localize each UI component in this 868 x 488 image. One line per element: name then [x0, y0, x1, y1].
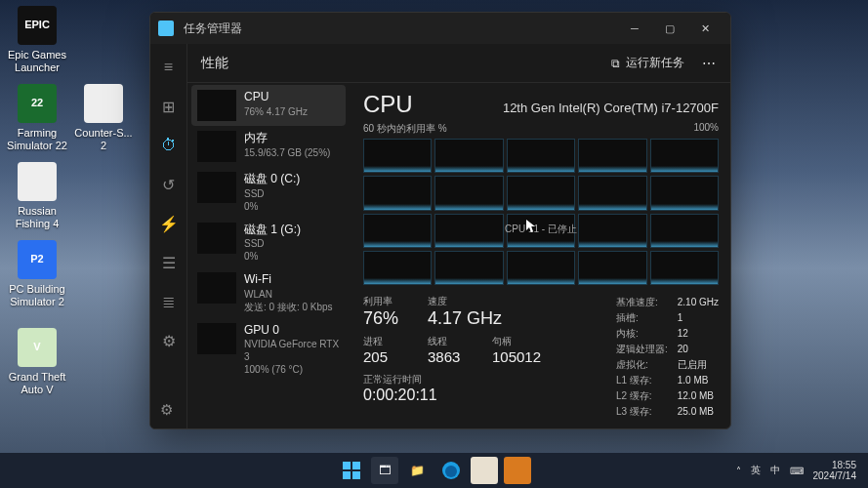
services-icon[interactable]: ⚙	[159, 331, 179, 350]
clock-date: 2024/7/14	[813, 470, 857, 482]
window-title: 任务管理器	[184, 20, 617, 37]
cpu-core-cell[interactable]	[434, 139, 503, 173]
proc-value: 205	[363, 348, 410, 365]
chart-label-left: 60 秒内的利用率 %	[363, 122, 447, 136]
resource-item[interactable]: GPU 0NVIDIA GeForce RTX 3100% (76 °C)	[191, 318, 346, 382]
task-manager-window: 任务管理器 ─ ▢ ✕ ≡ ⊞ ⏱ ↺ ⚡ ☰ ≣ ⚙ 性能 ⧉ 运行新任务 ⋯	[149, 12, 731, 429]
cpu-core-cell[interactable]	[507, 176, 575, 210]
resource-thumb	[197, 131, 236, 162]
desktop-icon[interactable]: EPICEpic Games Launcher	[6, 6, 68, 74]
spec-value: 20	[678, 342, 719, 357]
cpu-core-cell[interactable]	[434, 214, 503, 248]
cpu-core-cell[interactable]	[578, 251, 646, 285]
cpu-cores-grid[interactable]: CPU 11 - 已停止	[363, 139, 719, 285]
uptime-value: 0:00:20:11	[363, 386, 541, 404]
resource-item[interactable]: 磁盘 0 (C:)SSD0%	[191, 167, 346, 218]
app-icon-2[interactable]	[504, 457, 531, 484]
close-button[interactable]: ✕	[687, 13, 723, 44]
proc-label: 进程	[363, 335, 410, 348]
explorer-icon[interactable]: 📁	[404, 457, 432, 484]
resource-item[interactable]: 内存15.9/63.7 GB (25%)	[191, 126, 346, 167]
tray-lang-2[interactable]: 中	[770, 464, 780, 477]
cpu-core-cell[interactable]	[507, 251, 575, 285]
edge-icon[interactable]	[437, 457, 465, 484]
cpu-core-cell[interactable]	[650, 176, 719, 210]
util-value: 76%	[363, 308, 410, 329]
minimize-button[interactable]: ─	[617, 13, 652, 44]
cpu-core-cell[interactable]	[578, 139, 646, 173]
run-new-task-button[interactable]: ⧉ 运行新任务	[603, 51, 692, 75]
details-icon[interactable]: ≣	[159, 292, 179, 311]
spec-value: 已启用	[678, 357, 719, 373]
cpu-core-cell[interactable]	[650, 139, 719, 173]
resource-thumb	[197, 90, 236, 121]
history-icon[interactable]: ↺	[159, 175, 179, 194]
spec-key: 插槽:	[616, 310, 668, 326]
spec-key: L1 缓存:	[616, 373, 668, 388]
uptime-label: 正常运行时间	[363, 373, 541, 386]
titlebar[interactable]: 任务管理器 ─ ▢ ✕	[150, 13, 730, 44]
startup-icon[interactable]: ⚡	[159, 214, 179, 233]
resource-thumb	[197, 272, 236, 304]
cpu-detail-panel: CPU 12th Gen Intel(R) Core(TM) i7-12700F…	[350, 83, 730, 428]
detail-title: CPU	[363, 91, 413, 118]
cpu-core-cell[interactable]	[363, 251, 432, 285]
resource-list: CPU76% 4.17 GHz内存15.9/63.7 GB (25%)磁盘 0 …	[187, 83, 350, 428]
maximize-button[interactable]: ▢	[652, 13, 687, 44]
spec-value: 25.0 MB	[678, 404, 719, 420]
svg-rect-3	[352, 471, 360, 479]
chart-label-right: 100%	[693, 122, 719, 136]
resource-item[interactable]: 磁盘 1 (G:)SSD0%	[191, 218, 346, 268]
cpu-core-cell[interactable]	[650, 251, 719, 285]
cpu-specs-table: 基准速度:2.10 GHz插槽:1内核:12逻辑处理器:20虚拟化:已启用L1 …	[616, 295, 719, 420]
app-icon-1[interactable]	[471, 457, 498, 484]
thr-value: 3863	[428, 348, 475, 365]
more-options-button[interactable]: ⋯	[702, 56, 717, 71]
desktop-icon[interactable]: Counter-S... 2	[72, 84, 135, 152]
app-icon	[158, 20, 174, 36]
hnd-label: 句柄	[492, 335, 541, 348]
nav-rail: ≡ ⊞ ⏱ ↺ ⚡ ☰ ≣ ⚙	[150, 44, 187, 428]
processes-icon[interactable]: ⊞	[159, 97, 179, 116]
desktop-icon[interactable]: P2PC Building Simulator 2	[6, 240, 68, 308]
spec-value: 12	[678, 326, 719, 342]
taskbar[interactable]: 🗔 📁 ˄ 英 中 ⌨ 18:55 2024/7/14	[0, 453, 868, 488]
hamburger-icon[interactable]: ≡	[159, 58, 179, 77]
cpu-core-cell[interactable]	[363, 139, 432, 173]
taskbar-center: 🗔 📁	[338, 457, 531, 484]
system-tray[interactable]: ˄ 英 中 ⌨ 18:55 2024/7/14	[736, 460, 869, 482]
cpu-core-cell[interactable]	[507, 139, 575, 173]
desktop-icon[interactable]: Russian Fishing 4	[6, 162, 68, 230]
desktop-icon[interactable]: 22Farming Simulator 22	[6, 84, 68, 152]
speed-value: 4.17 GHz	[428, 308, 502, 329]
task-view-icon[interactable]: 🗔	[371, 457, 398, 484]
clock[interactable]: 18:55 2024/7/14	[813, 460, 857, 482]
cpu-core-cell[interactable]	[434, 176, 503, 210]
clock-time: 18:55	[813, 460, 857, 471]
desktop-icon[interactable]: VGrand Theft Auto V	[6, 328, 68, 396]
tray-lang-1[interactable]: 英	[751, 464, 761, 477]
cpu-core-cell[interactable]	[434, 251, 503, 285]
spec-value: 12.0 MB	[678, 388, 719, 404]
thr-label: 线程	[428, 335, 475, 348]
start-button[interactable]	[338, 457, 365, 484]
ime-icon[interactable]: ⌨	[790, 466, 804, 476]
resource-item[interactable]: CPU76% 4.17 GHz	[191, 85, 346, 126]
cpu-core-cell[interactable]	[578, 214, 646, 248]
toolbar: 性能 ⧉ 运行新任务 ⋯	[187, 44, 730, 83]
hnd-value: 105012	[492, 348, 541, 365]
performance-icon[interactable]: ⏱	[159, 136, 179, 155]
cpu-core-cell[interactable]	[650, 214, 719, 248]
cpu-core-cell[interactable]	[363, 176, 432, 210]
settings-icon[interactable]: ⚙	[160, 401, 173, 419]
resource-item[interactable]: Wi-FiWLAN发送: 0 接收: 0 Kbps	[191, 267, 346, 318]
speed-label: 速度	[428, 295, 502, 308]
spec-value: 1.0 MB	[678, 373, 719, 388]
spec-key: 逻辑处理器:	[616, 342, 668, 357]
spec-key: 虚拟化:	[616, 357, 668, 373]
users-icon[interactable]: ☰	[159, 253, 179, 272]
cpu-core-cell[interactable]	[578, 176, 646, 210]
cpu-core-cell[interactable]	[363, 214, 432, 248]
chevron-up-icon[interactable]: ˄	[736, 466, 741, 476]
cpu-core-cell[interactable]	[507, 214, 575, 248]
